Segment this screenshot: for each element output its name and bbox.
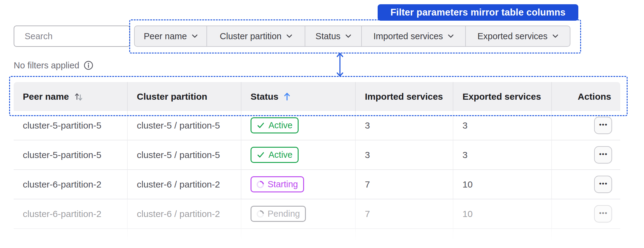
- filter-peer-name[interactable]: Peer name: [135, 26, 207, 46]
- spinner-icon: [255, 209, 265, 219]
- cell-status: Starting: [241, 170, 356, 199]
- cell-actions: •••: [552, 170, 620, 199]
- status-badge: Starting: [251, 176, 304, 192]
- sort-asc-icon: [283, 92, 291, 102]
- cell-peer-name: cluster-5-partition-5: [14, 111, 128, 140]
- status-label: Active: [268, 120, 293, 130]
- table-row: cluster-6-partition-2 cluster-6 / partit…: [14, 170, 620, 199]
- peers-page: Filter parameters mirror table columns P…: [0, 0, 644, 248]
- chevron-down-icon: [345, 34, 351, 38]
- status-label: Pending: [268, 209, 300, 219]
- filter-imported-services[interactable]: Imported services: [362, 26, 466, 46]
- ellipsis-icon: •••: [599, 150, 608, 158]
- column-header-actions: Actions: [552, 82, 620, 111]
- cell-actions: •••: [552, 140, 620, 169]
- filter-label: Exported services: [477, 31, 548, 41]
- filter-bar: Peer name Cluster partition Status Impor…: [134, 26, 570, 47]
- cell-status: Pending: [241, 199, 356, 228]
- column-header-status[interactable]: Status: [241, 82, 356, 111]
- cell-exported-services: 3: [453, 111, 552, 140]
- column-label: Status: [251, 91, 279, 102]
- table-next-row-fade: [14, 229, 620, 248]
- chevron-down-icon: [552, 34, 558, 38]
- spinner-icon: [255, 179, 265, 190]
- cell-cluster-partition: cluster-6 / partition-2: [128, 199, 241, 228]
- chevron-down-icon: [192, 34, 198, 38]
- filter-label: Imported services: [373, 31, 443, 41]
- table-row: cluster-5-partition-5 cluster-5 / partit…: [14, 140, 620, 170]
- table-row: cluster-5-partition-5 cluster-5 / partit…: [14, 111, 620, 140]
- cell-actions: •••: [552, 111, 620, 140]
- cell-cluster-partition: cluster-5 / partition-5: [128, 111, 241, 140]
- filters-status-text: No filters applied: [14, 60, 79, 71]
- search-input-wrapper: [14, 26, 130, 47]
- cell-actions: •••: [552, 199, 620, 228]
- cell-imported-services: 7: [356, 170, 453, 199]
- column-label: Imported services: [365, 91, 443, 102]
- chevron-down-icon: [448, 34, 454, 38]
- column-label: Peer name: [23, 91, 69, 102]
- cell-peer-name: cluster-6-partition-2: [14, 170, 128, 199]
- ellipsis-icon: •••: [599, 121, 608, 128]
- peers-table: Peer name Cluster partition Status: [14, 82, 620, 248]
- cell-imported-services: 3: [356, 140, 453, 169]
- table-body: cluster-5-partition-5 cluster-5 / partit…: [14, 111, 620, 229]
- row-actions-button[interactable]: •••: [594, 205, 612, 222]
- status-badge: Active: [251, 147, 299, 163]
- chevron-down-icon: [286, 34, 292, 38]
- search-input[interactable]: [24, 31, 140, 42]
- row-actions-button[interactable]: •••: [594, 117, 612, 134]
- column-header-cluster-partition: Cluster partition: [128, 82, 241, 111]
- filter-status[interactable]: Status: [305, 26, 362, 46]
- check-icon: [257, 121, 265, 129]
- column-label: Actions: [578, 91, 611, 102]
- filter-label: Status: [316, 31, 341, 41]
- table-header-row: Peer name Cluster partition Status: [14, 82, 620, 111]
- row-actions-button[interactable]: •••: [594, 146, 612, 164]
- column-header-imported-services: Imported services: [356, 82, 453, 111]
- filters-status: No filters applied: [14, 59, 94, 72]
- filter-label: Peer name: [144, 31, 187, 41]
- status-badge: Active: [251, 117, 299, 133]
- cell-peer-name: cluster-5-partition-5: [14, 140, 128, 169]
- column-header-peer-name[interactable]: Peer name: [14, 82, 128, 111]
- column-label: Cluster partition: [137, 91, 207, 102]
- ellipsis-icon: •••: [599, 180, 608, 187]
- status-badge: Pending: [251, 206, 306, 222]
- cell-status: Active: [241, 140, 356, 169]
- row-actions-button[interactable]: •••: [594, 176, 612, 193]
- column-label: Exported services: [462, 91, 541, 102]
- cell-status: Active: [241, 111, 356, 140]
- annotation-banner-label: Filter parameters mirror table columns: [390, 7, 566, 18]
- check-icon: [257, 151, 265, 159]
- column-header-exported-services: Exported services: [453, 82, 552, 111]
- filter-exported-services[interactable]: Exported services: [466, 26, 570, 46]
- cell-cluster-partition: cluster-6 / partition-2: [128, 170, 241, 199]
- cell-peer-name: cluster-6-partition-2: [14, 199, 128, 228]
- cell-exported-services: 3: [453, 140, 552, 169]
- cell-cluster-partition: cluster-5 / partition-5: [128, 140, 241, 169]
- status-label: Starting: [268, 179, 298, 189]
- cell-imported-services: 7: [356, 199, 453, 228]
- cell-imported-services: 3: [356, 111, 453, 140]
- mirror-arrow-icon: [336, 53, 344, 77]
- cell-exported-services: 10: [453, 199, 552, 228]
- ellipsis-icon: •••: [599, 209, 608, 217]
- annotation-banner: Filter parameters mirror table columns: [378, 4, 578, 21]
- sort-both-icon: [74, 91, 83, 102]
- status-label: Active: [268, 150, 293, 160]
- filter-label: Cluster partition: [220, 31, 282, 41]
- cell-exported-services: 10: [453, 170, 552, 199]
- filter-cluster-partition[interactable]: Cluster partition: [207, 26, 305, 46]
- info-icon[interactable]: [83, 60, 94, 71]
- table-row: cluster-6-partition-2 cluster-6 / partit…: [14, 199, 620, 229]
